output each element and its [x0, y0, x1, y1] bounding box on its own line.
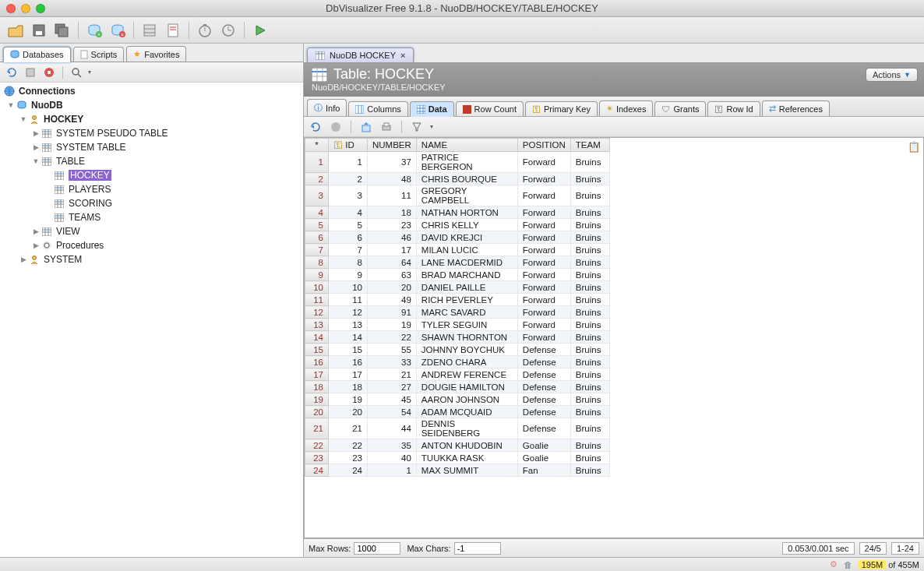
tree-scoring[interactable]: SCORING: [3, 196, 300, 210]
table-row[interactable]: 7717MILAN LUCICForwardBruins: [305, 244, 610, 256]
cell-team[interactable]: Bruins: [570, 331, 609, 344]
cell-position[interactable]: Defense: [517, 418, 570, 439]
col-name[interactable]: NAME: [416, 139, 517, 152]
export-icon[interactable]: [359, 120, 373, 134]
cell-id[interactable]: 10: [329, 281, 368, 294]
cell-team[interactable]: Bruins: [570, 464, 609, 477]
cell-name[interactable]: BRAD MARCHAND: [416, 269, 517, 281]
cell-position[interactable]: Forward: [517, 269, 570, 281]
maxrows-input[interactable]: [354, 542, 400, 555]
cell-position[interactable]: Fan: [517, 464, 570, 477]
chevron-down-icon[interactable]: ▾: [430, 123, 433, 130]
tab-favorites[interactable]: ★ Favorites: [126, 46, 186, 62]
cell-team[interactable]: Bruins: [570, 244, 609, 256]
tab-rowcount[interactable]: Row Count: [456, 101, 524, 116]
stop-icon[interactable]: [42, 65, 56, 79]
table-row[interactable]: 222235ANTON KHUDOBINGoalieBruins: [305, 439, 610, 452]
cell-team[interactable]: Bruins: [570, 206, 609, 219]
cell-team[interactable]: Bruins: [570, 381, 609, 393]
search-icon[interactable]: [69, 65, 83, 79]
cell-position[interactable]: Defense: [517, 356, 570, 368]
cell-position[interactable]: Goalie: [517, 452, 570, 464]
cell-name[interactable]: CHRIS BOURQUE: [416, 173, 517, 185]
rownum-header[interactable]: *: [305, 139, 329, 152]
cell-team[interactable]: Bruins: [570, 306, 609, 319]
cell-name[interactable]: JOHNNY BOYCHUK: [416, 344, 517, 356]
table-row[interactable]: 101020DANIEL PAILLEForwardBruins: [305, 281, 610, 294]
table-row[interactable]: 232340TUUKKA RASKGoalieBruins: [305, 452, 610, 464]
connections-tree[interactable]: Connections ▼ NuoDB ▼ HOCKEY ▶ SYSTEM PS…: [0, 83, 303, 557]
disconnect-icon[interactable]: ×: [108, 21, 127, 40]
cell-number[interactable]: 40: [368, 452, 417, 464]
tab-grants[interactable]: 🛡Grants: [654, 101, 706, 116]
cell-team[interactable]: Bruins: [570, 406, 609, 418]
cell-name[interactable]: AARON JOHNSON: [416, 393, 517, 406]
table-row[interactable]: 141422SHAWN THORNTONForwardBruins: [305, 331, 610, 344]
cell-id[interactable]: 21: [329, 418, 368, 439]
cell-team[interactable]: Bruins: [570, 152, 609, 173]
maxchars-input[interactable]: [454, 542, 501, 555]
cell-team[interactable]: Bruins: [570, 231, 609, 244]
cell-id[interactable]: 8: [329, 256, 368, 269]
table-row[interactable]: 5523CHRIS KELLYForwardBruins: [305, 219, 610, 231]
refresh-icon[interactable]: [309, 120, 323, 134]
cell-position[interactable]: Defense: [517, 368, 570, 381]
cell-id[interactable]: 2: [329, 173, 368, 185]
cell-position[interactable]: Forward: [517, 306, 570, 319]
tab-columns[interactable]: Columns: [348, 101, 407, 116]
cell-team[interactable]: Bruins: [570, 356, 609, 368]
cell-number[interactable]: 22: [368, 331, 417, 344]
table-row[interactable]: 202054ADAM MCQUAIDDefenseBruins: [305, 406, 610, 418]
data-grid[interactable]: 📋 * ⚿ ID NUMBER NAME POSITION TEAM 1137P…: [304, 137, 924, 538]
cell-number[interactable]: 18: [368, 206, 417, 219]
cell-name[interactable]: NATHAN HORTON: [416, 206, 517, 219]
cell-number[interactable]: 19: [368, 319, 417, 331]
cell-id[interactable]: 19: [329, 393, 368, 406]
cell-id[interactable]: 24: [329, 464, 368, 477]
cell-number[interactable]: 21: [368, 368, 417, 381]
cell-id[interactable]: 3: [329, 185, 368, 206]
cell-name[interactable]: ANTON KHUDOBIN: [416, 439, 517, 452]
cell-number[interactable]: 64: [368, 256, 417, 269]
cell-position[interactable]: Defense: [517, 344, 570, 356]
cell-number[interactable]: 55: [368, 344, 417, 356]
trash-icon[interactable]: 🗑: [844, 560, 852, 569]
cell-team[interactable]: Bruins: [570, 368, 609, 381]
chevron-right-icon[interactable]: ▶: [31, 143, 41, 151]
table-row[interactable]: 9963BRAD MARCHANDForwardBruins: [305, 269, 610, 281]
cell-number[interactable]: 54: [368, 406, 417, 418]
cell-id[interactable]: 13: [329, 319, 368, 331]
cell-team[interactable]: Bruins: [570, 294, 609, 306]
cell-position[interactable]: Defense: [517, 381, 570, 393]
save-icon[interactable]: [30, 21, 48, 40]
clock-icon[interactable]: [219, 21, 238, 40]
filter-icon[interactable]: [410, 120, 424, 134]
col-position[interactable]: POSITION: [517, 139, 570, 152]
cell-position[interactable]: Forward: [517, 206, 570, 219]
cell-id[interactable]: 6: [329, 231, 368, 244]
chevron-right-icon[interactable]: ▶: [31, 129, 41, 137]
cell-team[interactable]: Bruins: [570, 185, 609, 206]
table-row[interactable]: 171721ANDREW FERENCEDefenseBruins: [305, 368, 610, 381]
print-icon[interactable]: [379, 120, 393, 134]
cell-number[interactable]: 20: [368, 281, 417, 294]
cell-position[interactable]: Forward: [517, 152, 570, 173]
chevron-right-icon[interactable]: ▶: [31, 227, 41, 235]
tab-indexes[interactable]: ✴Indexes: [599, 100, 654, 116]
close-icon[interactable]: [6, 4, 16, 13]
cell-id[interactable]: 9: [329, 269, 368, 281]
tree-teams[interactable]: TEAMS: [3, 210, 300, 224]
cell-name[interactable]: DAVID KREJCI: [416, 231, 517, 244]
tree-sys-pseudo[interactable]: ▶ SYSTEM PSEUDO TABLE: [3, 126, 300, 140]
cell-number[interactable]: 45: [368, 393, 417, 406]
col-number[interactable]: NUMBER: [368, 139, 417, 152]
chevron-down-icon[interactable]: ▼: [6, 101, 16, 109]
cell-number[interactable]: 27: [368, 381, 417, 393]
cell-position[interactable]: Forward: [517, 185, 570, 206]
close-icon[interactable]: ×: [400, 51, 405, 60]
table-row[interactable]: 3311GREGORY CAMPBELLForwardBruins: [305, 185, 610, 206]
chevron-right-icon[interactable]: ▶: [19, 256, 28, 263]
cell-id[interactable]: 23: [329, 452, 368, 464]
cell-name[interactable]: ZDENO CHARA: [416, 356, 517, 368]
cell-name[interactable]: GREGORY CAMPBELL: [416, 185, 517, 206]
